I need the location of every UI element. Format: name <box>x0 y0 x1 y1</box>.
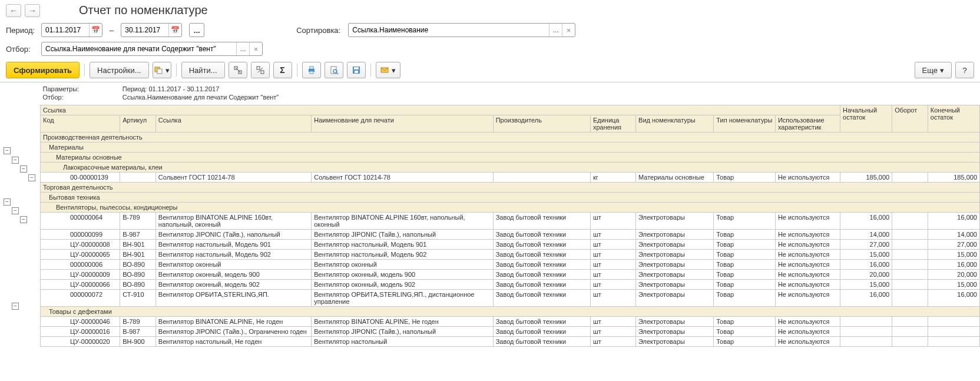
header-nach: Начальный остаток <box>840 105 892 132</box>
separator <box>176 64 177 77</box>
print-button[interactable] <box>302 62 321 78</box>
header-tip: Тип номенклатуры <box>714 115 776 132</box>
preview-button[interactable] <box>325 62 343 78</box>
period-to-input[interactable] <box>121 24 168 37</box>
separator <box>84 64 85 77</box>
generate-button[interactable]: Сформировать <box>6 62 80 78</box>
table-row[interactable]: 000000064B-789Вентилятор BINATONE ALPINE… <box>41 212 980 229</box>
table-row[interactable]: 00-00000139Сольвент ГОСТ 10214-78Сольвен… <box>41 172 980 182</box>
variants-button[interactable]: ▾ <box>153 62 171 78</box>
header-print: Наименование для печати <box>312 115 493 132</box>
sort-label: Сортировка: <box>296 26 343 35</box>
group-row[interactable]: Материалы основные <box>41 152 980 162</box>
group-row[interactable]: Вентиляторы, пылесосы, кондиционеры <box>41 202 980 212</box>
header-isp: Использование характеристик <box>775 115 840 132</box>
table-row[interactable]: ЦУ-00000066ВО-890Вентилятор оконный, мод… <box>41 279 980 289</box>
table-row[interactable]: 000000006ВО-890Вентилятор оконныйВентиля… <box>41 259 980 269</box>
period-dash: – <box>107 26 116 35</box>
tree-toggle[interactable]: − <box>28 174 35 181</box>
table-row[interactable]: ЦУ-00000020ВН-900Вентилятор настольный, … <box>41 336 980 346</box>
more-label: Еще <box>922 66 938 75</box>
params-text: Период: 01.11.2017 - 30.11.2017 <box>120 85 980 93</box>
tree-toggle[interactable]: − <box>20 216 27 223</box>
group-row[interactable]: Материалы <box>41 142 980 152</box>
filter-group: ... × <box>41 42 263 56</box>
sort-group: ... × <box>348 23 575 37</box>
header-ssylka-top: Ссылка <box>41 105 840 115</box>
page-title: Отчет по номенклатуре <box>79 4 208 17</box>
forward-button[interactable]: → <box>25 4 40 17</box>
period-label: Период: <box>6 26 37 35</box>
params-label: Параметры: <box>41 85 120 93</box>
header-ssylka: Ссылка <box>155 115 311 132</box>
group-row[interactable]: Торговая деятельность <box>41 182 980 192</box>
email-button[interactable]: ▾ <box>376 62 400 78</box>
table-row[interactable]: ЦУ-00000016B-987Вентилятор JIPONIC (Тайв… <box>41 326 980 336</box>
period-from-group: 📅 <box>41 23 102 37</box>
filter-clear-button[interactable]: × <box>249 42 262 55</box>
params-filter-text: Ссылка.Наименование для печати Содержит … <box>120 93 980 101</box>
sort-input[interactable] <box>349 24 549 37</box>
top-nav-bar: ← → Отчет по номенклатуре <box>0 0 980 21</box>
tree-toggle[interactable]: − <box>20 165 27 173</box>
period-ellipsis-button[interactable]: ... <box>189 23 204 37</box>
svg-rect-13 <box>355 71 358 73</box>
save-button[interactable] <box>347 62 366 78</box>
svg-rect-1 <box>157 69 162 74</box>
tree-toggle[interactable]: − <box>12 303 19 310</box>
table-row[interactable]: ЦУ-00000008ВН-901Вентилятор настольный, … <box>41 239 980 249</box>
group-row[interactable]: Товары с дефектами <box>41 306 980 316</box>
group-row[interactable]: Производственная деятельность <box>41 132 980 142</box>
svg-rect-12 <box>354 67 359 69</box>
expand-all-button[interactable] <box>229 62 247 78</box>
sort-clear-button[interactable]: × <box>562 24 575 37</box>
help-button[interactable]: ? <box>955 62 974 78</box>
tree-toggle[interactable]: − <box>4 198 11 206</box>
period-to-group: 📅 <box>121 23 182 37</box>
group-row[interactable]: Лакокрасочные материалы, клеи <box>41 162 980 172</box>
tree-toggle[interactable]: − <box>12 157 19 164</box>
more-button[interactable]: Еще ▾ <box>915 62 952 78</box>
tree-toggle[interactable]: − <box>4 147 11 154</box>
calendar-icon[interactable]: 📅 <box>89 24 102 37</box>
header-obor: Оборот <box>892 105 928 132</box>
svg-rect-8 <box>310 71 313 74</box>
table-row[interactable]: 000000072СТ-910Вентилятор ОРБИТА,STERLIN… <box>41 289 980 306</box>
filter-label: Отбор: <box>6 45 37 54</box>
header-vid: Вид номенклатуры <box>636 115 714 132</box>
svg-rect-5 <box>261 71 264 74</box>
back-button[interactable]: ← <box>6 4 21 17</box>
filter-input[interactable] <box>42 42 236 55</box>
table-row[interactable]: ЦУ-00000046B-789Вентилятор BINATONE ALPI… <box>41 316 980 326</box>
sort-ellipsis-button[interactable]: ... <box>549 24 562 37</box>
header-art: Артикул <box>120 115 156 132</box>
separator <box>370 64 371 77</box>
collapse-all-button[interactable] <box>251 62 270 78</box>
filter-ellipsis-button[interactable]: ... <box>236 42 249 55</box>
header-prod: Производитель <box>493 115 590 132</box>
tree-toggle[interactable]: − <box>12 207 19 214</box>
filter-row: Отбор: ... × <box>0 39 980 58</box>
settings-button[interactable]: Настройки... <box>90 62 149 78</box>
header-kon: Конечный остаток <box>928 105 979 132</box>
find-button[interactable]: Найти... <box>181 62 225 78</box>
toolbar: Сформировать Настройки... ▾ Найти... Σ ▾… <box>0 58 980 82</box>
period-row: Период: 📅 – 📅 ... Сортировка: ... × <box>0 21 980 39</box>
table-row[interactable]: ЦУ-00000065ВН-901Вентилятор настольный, … <box>41 249 980 259</box>
report-area: − − − − − − − − Параметры: Период: 01.11… <box>0 82 980 363</box>
group-row[interactable]: Бытовая техника <box>41 192 980 202</box>
svg-rect-7 <box>310 67 313 69</box>
svg-rect-4 <box>257 67 260 69</box>
period-from-input[interactable] <box>42 24 89 37</box>
separator <box>297 64 297 77</box>
header-unit: Единица хранения <box>590 115 635 132</box>
report-body[interactable]: Параметры: Период: 01.11.2017 - 30.11.20… <box>40 82 980 363</box>
report-table: Параметры: Период: 01.11.2017 - 30.11.20… <box>40 82 980 347</box>
table-row[interactable]: ЦУ-00000009ВО-890Вентилятор оконный, мод… <box>41 269 980 279</box>
calendar-icon[interactable]: 📅 <box>168 24 181 37</box>
header-code: Код <box>41 115 120 132</box>
sum-button[interactable]: Σ <box>273 62 292 78</box>
table-row[interactable]: 000000099B-987Вентилятор JIPONIC (Тайв.)… <box>41 229 980 239</box>
params-filter-label: Отбор: <box>41 93 120 101</box>
tree-gutter: − − − − − − − − <box>0 82 40 363</box>
